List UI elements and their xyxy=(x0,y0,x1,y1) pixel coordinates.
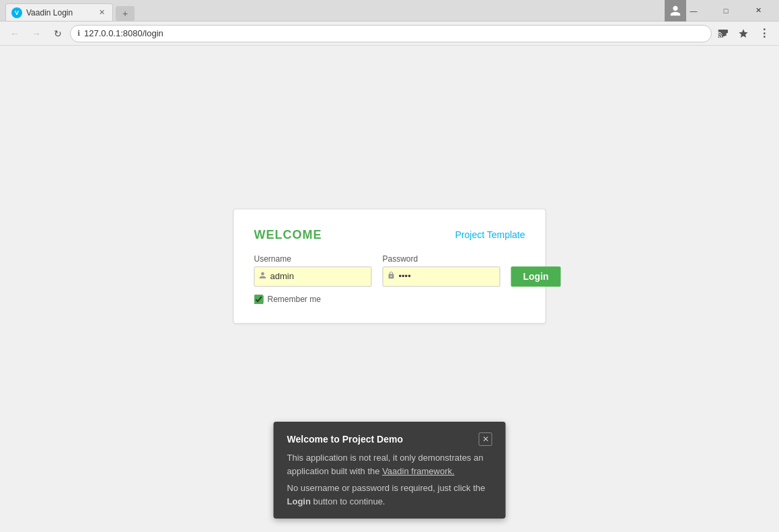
tab-title: Vaadin Login xyxy=(26,8,92,17)
vaadin-logo: V xyxy=(11,7,22,18)
welcome-heading: WELCOME xyxy=(254,228,322,242)
refresh-button[interactable]: ↻ xyxy=(48,24,67,43)
toast-login-ref: Login xyxy=(287,496,311,506)
password-input-wrapper xyxy=(383,266,500,287)
toast-title: Welcome to Project Demo xyxy=(287,434,403,445)
back-button[interactable]: ← xyxy=(5,24,24,43)
address-field[interactable]: ℹ 127.0.0.1:8080/login xyxy=(70,25,712,42)
tab-favicon: V xyxy=(11,7,22,18)
title-bar: V Vaadin Login ✕ + — □ ✕ xyxy=(0,0,779,22)
remember-row: Remember me xyxy=(254,295,525,304)
bookmark-button[interactable] xyxy=(735,25,752,42)
close-button[interactable]: ✕ xyxy=(743,0,774,22)
toast-line2: No username or password is required, jus… xyxy=(287,482,492,508)
login-button-container: Login xyxy=(511,254,561,287)
username-input[interactable] xyxy=(270,271,367,281)
cast-button[interactable] xyxy=(714,25,732,42)
form-row: Username Password xyxy=(254,254,525,287)
tab-bar: V Vaadin Login ✕ + xyxy=(0,0,673,21)
browser-window: V Vaadin Login ✕ + — □ ✕ ← → xyxy=(0,0,779,532)
secure-icon: ℹ xyxy=(77,29,80,38)
profile-icon[interactable] xyxy=(665,0,686,22)
remember-me-label[interactable]: Remember me xyxy=(268,295,321,304)
username-group: Username xyxy=(254,254,372,287)
forward-button[interactable]: → xyxy=(27,24,46,43)
toast-close-button[interactable]: ✕ xyxy=(479,432,492,446)
address-bar: ← → ↻ ℹ 127.0.0.1:8080/login ⋮ xyxy=(0,22,779,46)
username-input-wrapper xyxy=(254,266,372,287)
toast-header: Welcome to Project Demo ✕ xyxy=(287,432,492,446)
toast-notification: Welcome to Project Demo ✕ This applicati… xyxy=(274,422,506,519)
password-group: Password xyxy=(383,254,500,287)
page-content: WELCOME Project Template Username xyxy=(0,46,779,532)
login-card: WELCOME Project Template Username xyxy=(233,208,546,324)
active-tab[interactable]: V Vaadin Login ✕ xyxy=(5,3,113,21)
user-icon xyxy=(259,271,267,281)
lock-icon xyxy=(387,271,396,281)
vaadin-framework-link[interactable]: Vaadin framework. xyxy=(382,466,454,476)
new-tab-button[interactable]: + xyxy=(116,6,135,21)
maximize-button[interactable]: □ xyxy=(710,0,741,22)
username-label: Username xyxy=(254,254,372,264)
toast-line1: This application is not real, it only de… xyxy=(287,451,492,478)
toast-body: This application is not real, it only de… xyxy=(287,451,492,508)
tab-close-button[interactable]: ✕ xyxy=(96,7,107,18)
card-header: WELCOME Project Template xyxy=(254,228,525,242)
window-controls: — □ ✕ xyxy=(673,0,779,22)
password-input[interactable] xyxy=(399,271,496,281)
login-button[interactable]: Login xyxy=(511,266,561,287)
url-text: 127.0.0.1:8080/login xyxy=(84,28,704,38)
password-label: Password xyxy=(383,254,500,264)
menu-button[interactable]: ⋮ xyxy=(755,24,774,43)
project-template-label: Project Template xyxy=(455,229,525,240)
remember-me-checkbox[interactable] xyxy=(254,295,264,304)
